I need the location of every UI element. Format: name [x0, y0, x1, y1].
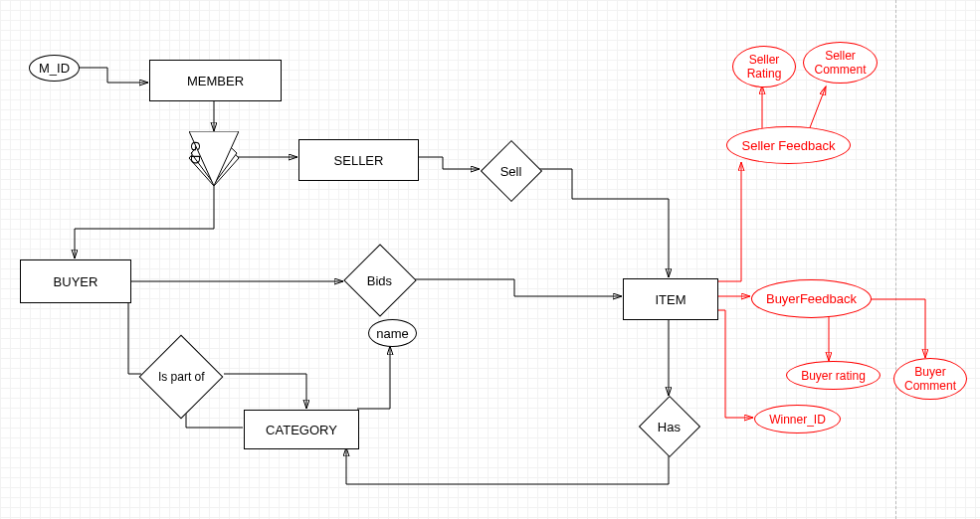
label: BuyerFeedback	[766, 291, 857, 306]
label: Sell	[500, 164, 522, 179]
er-diagram-canvas: M_ID MEMBER G.D SELLER Sell BUYER Bids I…	[0, 0, 980, 519]
entity-buyer[interactable]: BUYER	[20, 260, 131, 303]
attr-seller-rating[interactable]: Seller Rating	[732, 46, 796, 87]
attr-winner-id[interactable]: Winner_ID	[754, 405, 841, 433]
label: Seller Comment	[814, 49, 866, 77]
attr-buyer-rating[interactable]: Buyer rating	[786, 361, 881, 390]
rel-is-part-of[interactable]: Is part of	[139, 335, 224, 420]
label: ITEM	[655, 292, 686, 307]
label: name	[376, 326, 409, 341]
label: SELLER	[334, 153, 384, 168]
label: Buyer Comment	[904, 365, 956, 393]
rel-gd-label: G.D	[188, 141, 203, 164]
label: BUYER	[54, 274, 98, 289]
label: MEMBER	[187, 74, 244, 88]
label: M_ID	[39, 61, 70, 76]
label: Is part of	[158, 370, 205, 384]
entity-item[interactable]: ITEM	[623, 278, 718, 320]
page-divider	[895, 0, 896, 519]
entity-seller[interactable]: SELLER	[298, 139, 419, 181]
attr-seller-comment[interactable]: Seller Comment	[803, 42, 878, 84]
label: Buyer rating	[801, 369, 866, 383]
attr-buyer-feedback[interactable]: BuyerFeedback	[751, 279, 872, 318]
attr-m-id[interactable]: M_ID	[29, 55, 80, 82]
label: Bids	[367, 272, 392, 287]
entity-category[interactable]: CATEGORY	[244, 410, 359, 449]
entity-member[interactable]: MEMBER	[149, 60, 282, 101]
label: Seller Feedback	[742, 138, 836, 153]
rel-has[interactable]: Has	[639, 396, 700, 457]
rel-sell[interactable]: Sell	[481, 140, 542, 202]
label: Has	[658, 420, 681, 434]
attr-seller-feedback[interactable]: Seller Feedback	[726, 126, 851, 164]
label: CATEGORY	[266, 423, 337, 437]
label: Winner_ID	[769, 413, 826, 427]
attr-name[interactable]: name	[368, 319, 417, 347]
label: Seller Rating	[747, 53, 782, 81]
rel-bids[interactable]: Bids	[343, 244, 417, 317]
attr-buyer-comment[interactable]: Buyer Comment	[893, 358, 967, 400]
